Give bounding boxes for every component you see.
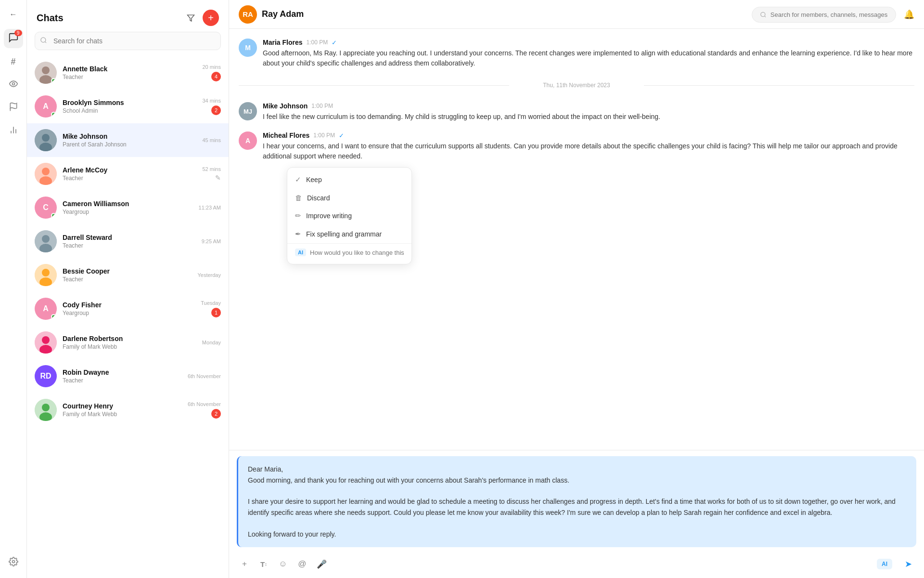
format-button[interactable]: T ↕ <box>256 556 271 572</box>
avatar <box>35 62 57 84</box>
pencil-icon: ✏ <box>295 211 301 220</box>
compose-text: Dear Maria, Good morning, and thank you … <box>248 464 907 539</box>
svg-point-28 <box>42 404 50 411</box>
chat-time: Monday <box>202 340 221 345</box>
chat-item-robin-dwayne[interactable]: RD Robin Dwayne Teacher 6th November <box>27 359 229 393</box>
settings-nav-item[interactable] <box>4 553 23 572</box>
message-text: I feel like the new curriculum is too de… <box>263 112 914 122</box>
chat-role: Teacher <box>63 377 182 384</box>
chat-role: Teacher <box>63 242 196 249</box>
svg-point-19 <box>42 235 50 243</box>
messages-area: M Maria Flores 1:00 PM ✓ Good afternoon,… <box>229 29 924 450</box>
chat-badge: 2 <box>211 105 221 115</box>
svg-line-31 <box>765 16 766 17</box>
chat-meta: 11:23 AM <box>199 205 221 210</box>
ai-compose-button[interactable]: AI <box>877 559 892 569</box>
message-text: I hear your concerns, and I want to ensu… <box>263 141 914 161</box>
chat-list: Annette Black Teacher 20 mins 4 A Brookl… <box>27 56 229 578</box>
chat-item-darlene-robertson[interactable]: Darlene Robertson Family of Mark Webb Mo… <box>27 326 229 359</box>
chat-item-bessie-cooper[interactable]: Bessie Cooper Teacher Yesterday <box>27 258 229 292</box>
chat-info: Cameron Williamson Yeargroup <box>63 200 193 215</box>
avatar-img <box>35 163 57 185</box>
ai-custom-input[interactable] <box>310 249 404 256</box>
chat-item-arlene-mccoy[interactable]: Arlene McCoy Teacher 52 mins ✎ <box>27 157 229 191</box>
avatar <box>35 230 57 252</box>
chat-meta: 52 mins ✎ <box>202 166 221 182</box>
notification-bell[interactable]: 🔔 <box>904 9 914 20</box>
watch-nav-item[interactable] <box>4 75 23 94</box>
ai-badge: AI <box>295 249 306 256</box>
sidebar-header: Chats + <box>27 0 229 32</box>
message-avatar: A <box>239 131 257 150</box>
chat-item-darrell-steward[interactable]: Darrell Steward Teacher 9:25 AM <box>27 224 229 258</box>
sidebar: Chats + <box>27 0 229 578</box>
chat-item-brooklyn-simmons[interactable]: A Brooklyn Simmons School Admin 34 mins … <box>27 90 229 123</box>
avatar-img <box>35 331 57 354</box>
chat-item-mike-johnson[interactable]: Mike Johnson Parent of Sarah Johnson 45 … <box>27 123 229 157</box>
eye-icon <box>9 79 18 91</box>
chat-badge: 1 <box>211 308 221 317</box>
chat-info: Brooklyn Simmons School Admin <box>63 99 196 114</box>
message-time: 1:00 PM <box>311 103 333 109</box>
avatar <box>35 399 57 421</box>
messaging-badge: 9 <box>14 30 22 36</box>
filter-button[interactable] <box>182 10 199 26</box>
date-divider: Thu, 11th November 2023 <box>239 82 914 89</box>
messaging-nav-item[interactable]: 9 <box>4 29 23 48</box>
chat-item-cody-fisher[interactable]: A Cody Fisher Yeargroup Tuesday 1 <box>27 292 229 326</box>
search-input[interactable] <box>35 32 221 50</box>
mention-button[interactable]: @ <box>295 556 310 572</box>
plus-icon: + <box>208 13 214 24</box>
avatar: C <box>35 197 57 219</box>
audio-button[interactable]: 🎤 <box>314 556 329 572</box>
message-row: A Micheal Flores 1:00 PM ✓ I hear your c… <box>239 131 914 264</box>
chat-role: Yeargroup <box>63 209 193 215</box>
chat-info: Courtney Henry Family of Mark Webb <box>63 402 182 418</box>
ai-keep-item[interactable]: ✓ Keep <box>287 171 411 189</box>
compose-toolbar: + T ↕ ☺ @ 🎤 AI ➤ <box>237 552 916 572</box>
chat-item-cameron-williamson[interactable]: C Cameron Williamson Yeargroup 11:23 AM <box>27 191 229 224</box>
chat-item-courtney-henry[interactable]: Courtney Henry Family of Mark Webb 6th N… <box>27 393 229 427</box>
ai-improve-item[interactable]: ✏ Improve writing <box>287 207 411 225</box>
chat-role: Teacher <box>63 74 196 80</box>
global-search-input[interactable] <box>770 11 888 18</box>
edit-icon: ✎ <box>215 174 221 182</box>
chat-meta: 9:25 AM <box>202 238 221 244</box>
message-time: 1:00 PM <box>313 132 335 139</box>
chat-item-annette-black[interactable]: Annette Black Teacher 20 mins 4 <box>27 56 229 90</box>
chat-info: Mike Johnson Parent of Sarah Johnson <box>63 132 196 148</box>
chat-time: Yesterday <box>197 272 221 278</box>
svg-point-10 <box>42 66 50 74</box>
online-status <box>51 78 56 83</box>
compose-text-area[interactable]: Dear Maria, Good morning, and thank you … <box>237 456 916 547</box>
chat-meta: 45 mins <box>202 137 221 143</box>
chat-name: Arlene McCoy <box>63 166 196 174</box>
flags-nav-item[interactable] <box>4 98 23 118</box>
online-status <box>51 314 56 319</box>
message-content: Micheal Flores 1:00 PM ✓ I hear your con… <box>263 131 914 264</box>
chat-badge: 4 <box>211 72 221 81</box>
svg-point-22 <box>42 269 50 276</box>
analytics-nav-item[interactable] <box>4 121 23 141</box>
ai-discard-item[interactable]: 🗑 Discard <box>287 189 411 207</box>
add-button[interactable]: + <box>237 556 252 572</box>
chat-name: Courtney Henry <box>63 402 182 410</box>
search-icon <box>40 37 47 45</box>
chat-meta: 34 mins 2 <box>202 98 221 115</box>
chat-name: Mike Johnson <box>63 132 196 140</box>
new-chat-button[interactable]: + <box>203 10 219 26</box>
avatar: RD <box>35 365 57 387</box>
svg-point-5 <box>12 561 14 563</box>
chat-name: Brooklyn Simmons <box>63 99 196 106</box>
mic-icon: 🎤 <box>317 559 327 569</box>
send-button[interactable]: ➤ <box>900 556 916 572</box>
emoji-button[interactable]: ☺ <box>275 556 291 572</box>
chat-info: Arlene McCoy Teacher <box>63 166 196 182</box>
chat-time: 11:23 AM <box>199 205 221 210</box>
channels-nav-item[interactable]: # <box>4 52 23 71</box>
ai-custom-input-row: AI <box>287 243 411 261</box>
avatar-img <box>35 230 57 252</box>
back-button[interactable]: ← <box>5 6 22 23</box>
ai-spelling-item[interactable]: ✒ Fix spelling and grammar <box>287 225 411 243</box>
main-panel: RA Ray Adam 🔔 M Maria Flores 1:00 PM ✓ <box>229 0 924 578</box>
